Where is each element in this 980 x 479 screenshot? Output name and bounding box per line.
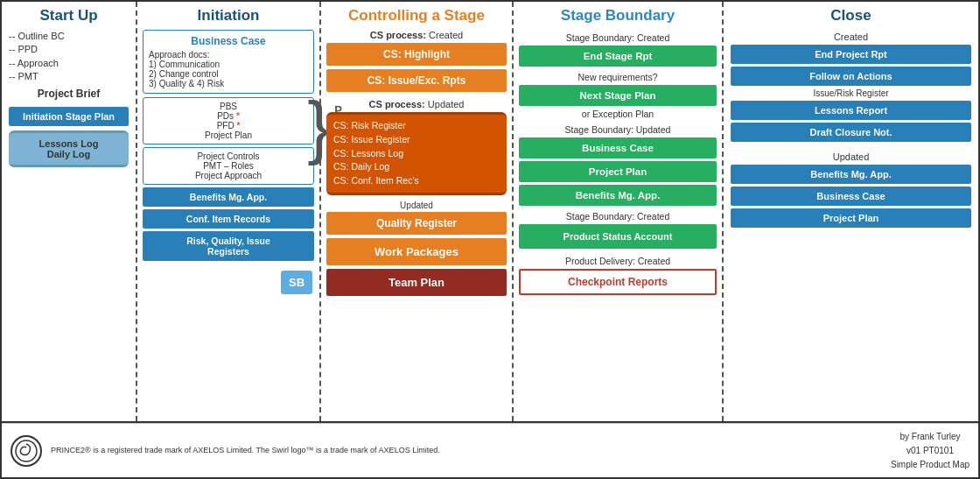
map-type-label: Simple Product Map bbox=[891, 458, 970, 472]
sb-created-label-1: Stage Boundary: Created bbox=[519, 32, 717, 43]
lessons-log-text: Lessons Log bbox=[12, 138, 125, 149]
sb-label-box: SB bbox=[281, 271, 312, 294]
version-label: v01 PT0101 bbox=[891, 444, 970, 458]
startup-item-1: -- Outline BC bbox=[9, 30, 129, 43]
draft-closure-box: Draft Closure Not. bbox=[731, 123, 971, 142]
daily-log-text: Daily Log bbox=[12, 149, 125, 159]
bottom-bar: PRINCE2® is a registered trade mark of A… bbox=[2, 423, 978, 477]
startup-column: Start Up -- Outline BC -- PPD -- Approac… bbox=[2, 2, 137, 421]
business-case-title: Business Case bbox=[149, 35, 308, 47]
main-container: Start Up -- Outline BC -- PPD -- Approac… bbox=[0, 0, 980, 479]
stage-boundary-column: Stage Boundary Stage Boundary: Created E… bbox=[514, 2, 724, 421]
approach-docs: Approach docs:1) Communication2) Change … bbox=[149, 50, 308, 88]
close-header: Close bbox=[731, 7, 971, 25]
cs-cylinder: CS: Risk Register CS: Issue Register CS:… bbox=[326, 112, 507, 195]
end-stage-rpt-box: End Stage Rpt bbox=[519, 46, 717, 67]
product-status-box: Product Status Account bbox=[519, 224, 717, 249]
pfd-label: PFD bbox=[217, 121, 234, 130]
author-info: by Frank Turley v01 PT0101 Simple Produc… bbox=[891, 430, 970, 472]
pmt-roles-label: PMT – Roles bbox=[203, 161, 254, 171]
benefits-mg-box: Benefits Mg. App. bbox=[143, 187, 314, 207]
controlling-column: Controlling a Stage CS process: Created … bbox=[321, 2, 514, 421]
work-packages-box: Work Packages bbox=[326, 238, 507, 265]
checkpoint-reports-box: Checkpoint Reports bbox=[519, 269, 717, 295]
conf-item-box: Conf. Item Records bbox=[143, 209, 314, 229]
product-delivery-label: Product Delivery: Created bbox=[519, 256, 717, 266]
new-requirements-label: New requirements? bbox=[519, 72, 717, 82]
project-approach-label: Project Approach bbox=[195, 171, 262, 180]
svg-point-0 bbox=[16, 440, 37, 461]
lessons-log-cs-text: CS: Lessons Log bbox=[333, 147, 500, 161]
stage-boundary-header: Stage Boundary bbox=[519, 7, 717, 25]
next-stage-plan-box: Next Stage Plan bbox=[519, 85, 717, 106]
created-label: Created bbox=[731, 32, 971, 42]
sb-label-area: SB bbox=[143, 267, 314, 294]
team-plan-box: Team Plan bbox=[326, 269, 507, 296]
business-case-sb-box: Business Case bbox=[519, 137, 717, 158]
benefits-mg-close-box: Benefits Mg. App. bbox=[731, 165, 971, 184]
quality-register-box: Quality Register bbox=[326, 212, 507, 235]
content-area: Start Up -- Outline BC -- PPD -- Approac… bbox=[2, 2, 978, 423]
lessons-report-box: Lessons Report bbox=[731, 101, 971, 120]
updated-label: Updated bbox=[326, 201, 507, 210]
updated-close-label: Updated bbox=[731, 151, 971, 162]
startup-item-3: -- Approach bbox=[9, 57, 129, 70]
end-project-rpt-box: End Project Rpt bbox=[731, 45, 971, 64]
sb-updated-label: Stage Boundary: Updated bbox=[519, 124, 717, 135]
project-plan-close-box: Project Plan bbox=[731, 208, 971, 228]
close-column: Close Created End Project Rpt Follow on … bbox=[724, 2, 978, 421]
startup-items: -- Outline BC -- PPD -- Approach -- PMT bbox=[9, 30, 129, 84]
benefits-mg-sb-box: Benefits Mg. App. bbox=[519, 185, 717, 206]
follow-on-box: Follow on Actions bbox=[731, 67, 971, 86]
conf-item-rec-text: CS: Conf. Item Rec's bbox=[333, 174, 500, 188]
cs-created-label: CS process: Created bbox=[326, 30, 507, 40]
issue-register-text: CS: Issue Register bbox=[333, 133, 500, 147]
swirl-logo bbox=[10, 435, 42, 467]
startup-item-4: -- PMT bbox=[9, 70, 129, 83]
sb-created-label-2: Stage Boundary: Created bbox=[519, 211, 717, 222]
initiation-wrapper: Business Case Approach docs:1) Communica… bbox=[143, 30, 314, 416]
issue-exc-box: CS: Issue/Exc. Rpts bbox=[326, 69, 507, 92]
pfd-asterisk: * bbox=[236, 121, 240, 130]
initiation-stage-plan-box: Initiation Stage Plan bbox=[9, 107, 129, 126]
startup-item-2: -- PPD bbox=[9, 43, 129, 56]
startup-header: Start Up bbox=[9, 7, 129, 25]
daily-log-cs-text: CS: Daily Log bbox=[333, 160, 500, 174]
controls-box: Project Controls PMT – Roles Project App… bbox=[143, 147, 314, 185]
risk-register-text: CS: Risk Register bbox=[333, 119, 500, 133]
or-exception-label: or Exception Plan bbox=[519, 109, 717, 119]
swirl-icon bbox=[14, 439, 38, 463]
pbs-label: PBS bbox=[220, 102, 237, 111]
author-label: by Frank Turley bbox=[891, 430, 970, 444]
lessons-log-box: Lessons Log Daily Log bbox=[9, 130, 129, 167]
trademark-text: PRINCE2® is a registered trade mark of A… bbox=[51, 445, 471, 457]
highlight-box: CS: Highlight bbox=[326, 43, 507, 66]
pds-label: PDs bbox=[217, 111, 234, 121]
issue-risk-label: Issue/Risk Register bbox=[731, 88, 971, 98]
initiation-column: Initiation Business Case Approach docs:1… bbox=[137, 2, 321, 421]
initiation-header: Initiation bbox=[143, 7, 314, 25]
project-brief: Project Brief bbox=[9, 88, 129, 100]
pds-asterisk: * bbox=[236, 111, 240, 121]
business-case-outer-box: Business Case Approach docs:1) Communica… bbox=[143, 30, 314, 94]
pbs-pds-box: PBS PDs * PFD * Project Plan bbox=[143, 97, 314, 144]
project-plan-sb-box: Project Plan bbox=[519, 161, 717, 182]
project-plan-label: Project Plan bbox=[205, 130, 252, 140]
business-case-close-box: Business Case bbox=[731, 187, 971, 206]
project-controls-label: Project Controls bbox=[197, 151, 259, 161]
risk-quality-box: Risk, Quality, IssueRegisters bbox=[143, 231, 314, 261]
cs-updated-label: CS process: Updated bbox=[326, 99, 507, 109]
controlling-header: Controlling a Stage bbox=[326, 7, 507, 25]
